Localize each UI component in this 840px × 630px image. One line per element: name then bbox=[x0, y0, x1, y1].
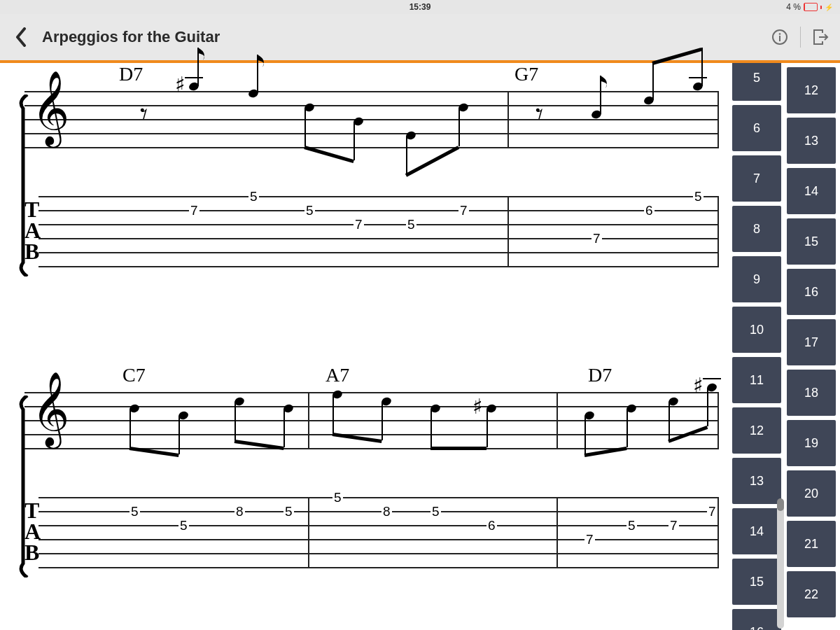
fret-cell[interactable]: 9 bbox=[732, 256, 781, 302]
note bbox=[584, 412, 594, 419]
battery-indicator: 4 % ⚡ bbox=[786, 2, 833, 12]
note bbox=[486, 405, 496, 412]
fret-cell[interactable]: 15 bbox=[787, 218, 836, 265]
fret-cell[interactable]: 8 bbox=[732, 206, 781, 252]
fret-cell[interactable]: 22 bbox=[787, 571, 836, 617]
svg-point-1 bbox=[779, 33, 781, 35]
fret-cell[interactable]: 19 bbox=[787, 420, 836, 466]
tab-fret: 5 bbox=[406, 218, 416, 231]
tab-fret: 7 bbox=[592, 232, 602, 245]
tab-fret: 5 bbox=[284, 505, 294, 518]
fret-cell[interactable]: 11 bbox=[732, 357, 781, 403]
fret-cell[interactable]: 15 bbox=[732, 559, 781, 605]
tab-fret: 8 bbox=[382, 505, 392, 518]
fret-cell[interactable]: 13 bbox=[787, 118, 836, 164]
tab-fret: 5 bbox=[626, 519, 637, 532]
note bbox=[248, 90, 258, 97]
tab-fret: 5 bbox=[304, 204, 315, 217]
tab-fret: 5 bbox=[693, 190, 704, 203]
tab-fret: 8 bbox=[234, 505, 245, 518]
title-bar: Arpeggios for the Guitar bbox=[0, 14, 840, 60]
note bbox=[592, 111, 601, 118]
fret-cell[interactable]: 20 bbox=[787, 470, 836, 517]
fret-cell[interactable]: 16 bbox=[787, 269, 836, 315]
chord-symbol: G7 bbox=[514, 63, 538, 85]
tab-fret: 7 bbox=[668, 519, 679, 532]
tab-fret: 5 bbox=[178, 519, 189, 532]
note bbox=[626, 405, 636, 412]
fret-cell[interactable]: 17 bbox=[787, 319, 836, 365]
tab-fret: 5 bbox=[248, 190, 259, 203]
note bbox=[234, 398, 244, 405]
tab-fret: 7 bbox=[354, 218, 364, 231]
note bbox=[644, 97, 654, 104]
tab-fret: 6 bbox=[644, 204, 654, 217]
note bbox=[668, 398, 678, 405]
tab-fret: 7 bbox=[584, 533, 595, 546]
scrollbar-thumb[interactable] bbox=[777, 498, 784, 511]
note bbox=[458, 104, 468, 111]
tab-fret: 5 bbox=[130, 505, 140, 518]
fret-cell[interactable]: 16 bbox=[732, 609, 781, 630]
chord-symbol: C7 bbox=[122, 364, 146, 386]
page-title: Arpeggios for the Guitar bbox=[42, 28, 220, 46]
note bbox=[354, 118, 363, 125]
fret-cell[interactable]: 13 bbox=[732, 458, 781, 504]
fret-cell[interactable]: 12 bbox=[732, 407, 781, 454]
fret-cell[interactable]: 5 bbox=[732, 63, 781, 101]
note bbox=[707, 384, 717, 391]
chord-symbol: A7 bbox=[326, 364, 349, 386]
clock: 15:39 bbox=[410, 2, 431, 12]
ios-status-bar: 15:39 4 % ⚡ bbox=[0, 0, 840, 14]
fret-cell[interactable]: 6 bbox=[732, 105, 781, 151]
fret-cell[interactable]: 10 bbox=[732, 307, 781, 353]
scrollbar[interactable] bbox=[777, 503, 784, 629]
score-sheet[interactable]: 𝄞D7𝄾♯G7𝄾TAB755757765𝄞C7A7♯D7♯TAB55855856… bbox=[0, 63, 725, 630]
tab-fret: 7 bbox=[458, 204, 469, 217]
fret-cell[interactable]: 14 bbox=[732, 508, 781, 554]
note bbox=[406, 132, 416, 139]
tab-fret: 5 bbox=[332, 491, 343, 504]
fret-cell[interactable]: 18 bbox=[787, 370, 836, 416]
fret-cell[interactable]: 14 bbox=[787, 168, 836, 214]
battery-icon bbox=[804, 3, 818, 11]
tab-fret: 7 bbox=[189, 204, 200, 217]
tab-fret: 5 bbox=[430, 505, 441, 518]
note bbox=[332, 391, 342, 398]
back-button[interactable] bbox=[7, 23, 35, 51]
exit-button[interactable] bbox=[811, 27, 832, 48]
note bbox=[382, 398, 391, 405]
svg-rect-2 bbox=[779, 36, 780, 41]
note bbox=[178, 412, 188, 419]
fret-cell[interactable]: 7 bbox=[732, 155, 781, 202]
chord-symbol: D7 bbox=[119, 63, 143, 85]
tab-fret: 6 bbox=[486, 519, 497, 532]
note bbox=[189, 83, 199, 90]
fret-cell[interactable]: 21 bbox=[787, 521, 836, 567]
note bbox=[693, 83, 703, 90]
fret-cell[interactable]: 12 bbox=[787, 67, 836, 113]
chord-symbol: D7 bbox=[588, 364, 612, 386]
note bbox=[284, 405, 293, 412]
note bbox=[304, 104, 314, 111]
tab-fret: 7 bbox=[707, 505, 718, 518]
note bbox=[130, 405, 139, 412]
note bbox=[430, 405, 440, 412]
info-button[interactable] bbox=[769, 27, 790, 48]
fret-navigator: 5678910111213141516 12131415161718192021… bbox=[728, 63, 840, 630]
